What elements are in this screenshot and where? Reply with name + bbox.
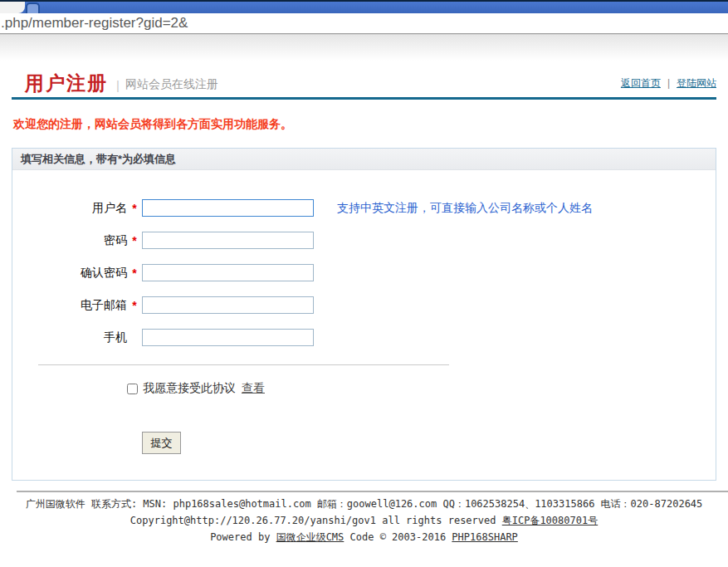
login-site-link[interactable]: 登陆网站 — [677, 77, 716, 89]
view-agreement-link[interactable]: 查看 — [242, 381, 265, 396]
toolbar-area — [0, 34, 728, 61]
confirm-password-input[interactable] — [142, 264, 314, 281]
welcome-message: 欢迎您的注册，网站会员将得到各方面实用功能服务。 — [13, 117, 728, 132]
code-version-text: Code © 2003-2016 — [344, 531, 452, 543]
footer: 广州国微软件 联系方式: MSN: php168sales@hotmail.co… — [0, 491, 728, 545]
title-separator: | — [116, 78, 120, 92]
title-wrap: 用户注册 | 网站会员在线注册 — [25, 72, 218, 94]
footer-text: 广州国微软件 联系方式: MSN: php168sales@hotmail.co… — [0, 496, 728, 545]
links-separator: | — [667, 77, 670, 89]
required-star: * — [127, 266, 142, 280]
email-input[interactable] — [142, 296, 314, 314]
footer-copyright-line: Copyright@http://120.26.77.20/yanshi/gov… — [0, 512, 728, 529]
icp-license-link[interactable]: 粤ICP备10080701号 — [502, 515, 598, 526]
browser-tab-strip — [0, 0, 728, 13]
tab-strip-left-curve — [0, 2, 25, 13]
form-section-title: 填写相关信息，带有*为必填信息 — [12, 149, 716, 170]
browser-tab[interactable] — [26, 2, 40, 13]
form-row-username: 用户名 * 支持中英文注册，可直接输入公司名称或个人姓名 — [12, 199, 716, 217]
url-bar[interactable]: .php/member-register?gid=2& — [0, 13, 728, 34]
footer-rule — [17, 491, 728, 492]
required-star: * — [127, 299, 142, 312]
cms-link[interactable]: 国微企业级CMS — [276, 531, 344, 543]
submit-button[interactable]: 提交 — [142, 432, 181, 454]
footer-powered-line: Powered by 国微企业级CMS Code © 2003-2016 PHP… — [0, 529, 728, 545]
mobile-label: 手机 — [12, 330, 127, 345]
form-row-email: 电子邮箱 * — [12, 296, 716, 314]
required-star: * — [127, 202, 142, 215]
agreement-row: 我愿意接受此协议 查看 — [127, 381, 716, 396]
browser-chrome: .php/member-register?gid=2& — [0, 0, 728, 61]
header-rule — [12, 97, 716, 100]
page-header: 用户注册 | 网站会员在线注册 返回首页|登陆网站 — [12, 71, 716, 94]
agreement-checkbox[interactable] — [127, 384, 138, 394]
username-input[interactable] — [142, 199, 314, 217]
password-input[interactable] — [142, 232, 314, 249]
page-title: 用户注册 — [25, 72, 108, 94]
back-home-link[interactable]: 返回首页 — [621, 77, 661, 89]
confirm-password-label: 确认密码 — [12, 266, 127, 281]
url-text: .php/member-register?gid=2& — [1, 15, 188, 32]
form-body: 用户名 * 支持中英文注册，可直接输入公司名称或个人姓名 密码 * 确认密码 *… — [12, 170, 716, 480]
password-label: 密码 — [12, 233, 127, 248]
form-row-password: 密码 * — [12, 232, 716, 249]
registration-form: 填写相关信息，带有*为必填信息 用户名 * 支持中英文注册，可直接输入公司名称或… — [12, 148, 716, 481]
form-row-confirm-password: 确认密码 * — [12, 264, 716, 281]
form-divider — [38, 364, 449, 365]
form-row-mobile: 手机 — [12, 329, 716, 346]
footer-contact-line: 广州国微软件 联系方式: MSN: php168sales@hotmail.co… — [0, 496, 728, 512]
required-star: * — [127, 234, 142, 247]
page-subtitle: 网站会员在线注册 — [125, 77, 218, 92]
powered-by-text: Powered by — [210, 531, 276, 543]
header-links: 返回首页|登陆网站 — [621, 76, 716, 90]
php168sharp-link[interactable]: PHP168SHARP — [452, 531, 517, 543]
agreement-label: 我愿意接受此协议 — [143, 381, 236, 396]
copyright-text: Copyright@http://120.26.77.20/yanshi/gov… — [130, 515, 502, 526]
email-label: 电子邮箱 — [12, 298, 127, 313]
username-hint: 支持中英文注册，可直接输入公司名称或个人姓名 — [337, 201, 593, 216]
username-label: 用户名 — [12, 201, 127, 216]
mobile-input[interactable] — [142, 329, 314, 346]
